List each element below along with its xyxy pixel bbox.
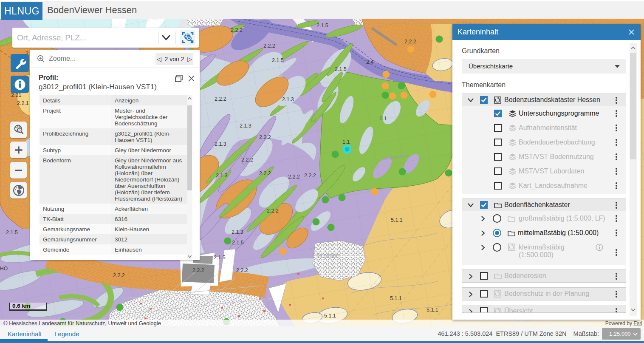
svg-text:2.2.2: 2.2.2	[263, 43, 275, 49]
svg-text:2.2.2: 2.2.2	[259, 134, 271, 140]
svg-text:2.2.2: 2.2.2	[241, 157, 253, 163]
svg-text:5.1.1: 5.1.1	[390, 295, 402, 301]
svg-text:5.1.1: 5.1.1	[391, 217, 403, 223]
svg-text:2.1.5: 2.1.5	[272, 57, 284, 63]
svg-text:2.1.5: 2.1.5	[6, 230, 18, 235]
svg-text:2.1.3: 2.1.3	[240, 123, 251, 129]
svg-text:2.2.2: 2.2.2	[236, 267, 248, 273]
svg-text:2.2.2: 2.2.2	[215, 96, 226, 102]
svg-text:2.2.2: 2.2.2	[113, 272, 125, 278]
svg-text:2.4: 2.4	[366, 59, 373, 65]
svg-text:2.1.3: 2.1.3	[232, 229, 243, 235]
svg-text:2.1.5: 2.1.5	[316, 23, 328, 28]
svg-text:2.21: 2.21	[11, 92, 21, 98]
svg-text:2.2.2: 2.2.2	[304, 173, 316, 179]
svg-text:5.1.1: 5.1.1	[427, 307, 438, 313]
svg-text:1.1: 1.1	[342, 139, 350, 145]
svg-text:2.2.2: 2.2.2	[259, 170, 271, 176]
svg-text:HO: HO	[0, 266, 8, 272]
svg-text:2.1.3: 2.1.3	[216, 173, 228, 179]
svg-text:2.1.5: 2.1.5	[232, 240, 244, 246]
svg-text:2.1.3: 2.1.3	[215, 141, 226, 147]
svg-text:RIEDRODE: RIEDRODE	[316, 254, 339, 258]
svg-text:5.1.1: 5.1.1	[324, 313, 336, 319]
svg-text:2.2.2: 2.2.2	[231, 27, 243, 33]
svg-text:2.2.1: 2.2.1	[17, 100, 29, 106]
svg-text:2.1.3: 2.1.3	[282, 96, 294, 102]
svg-text:2.2.2: 2.2.2	[267, 208, 279, 214]
svg-text:2.1.5: 2.1.5	[214, 255, 226, 261]
svg-text:1.1: 1.1	[379, 116, 387, 122]
svg-text:2.2.2: 2.2.2	[404, 39, 416, 45]
svg-text:2.2.2: 2.2.2	[192, 267, 204, 273]
svg-text:2.2.2: 2.2.2	[288, 174, 300, 180]
svg-text:2.1.5: 2.1.5	[335, 66, 347, 72]
